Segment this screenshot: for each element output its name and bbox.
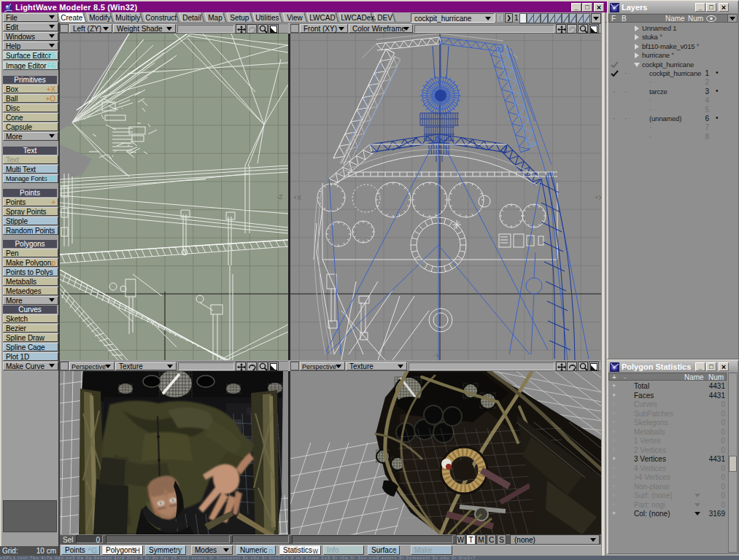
svg-text:-Z: -Z xyxy=(276,193,283,201)
svg-text:+X: +X xyxy=(293,194,301,201)
svg-text:-Y: -Y xyxy=(433,352,440,359)
svg-text:+X: +X xyxy=(595,194,601,201)
